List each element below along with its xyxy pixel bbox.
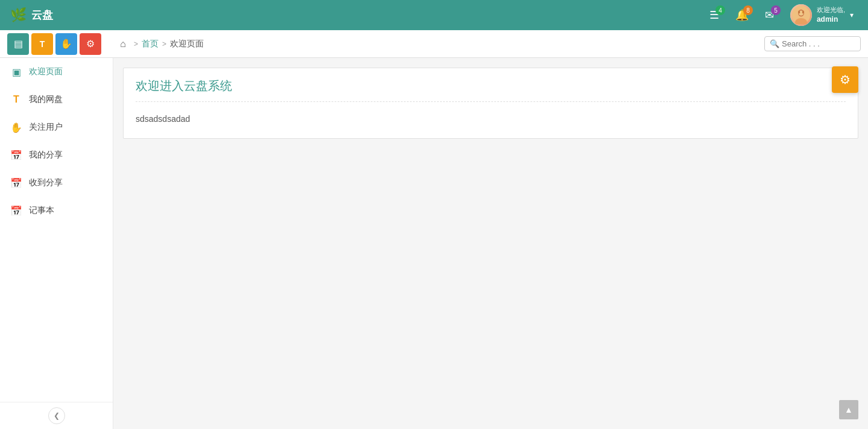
notifications-button[interactable]: 🔔 8 <box>730 4 754 26</box>
menu-button[interactable]: ☰ 4 <box>702 4 726 26</box>
back-to-top-icon: ▲ <box>844 405 853 415</box>
received-share-icon: 📅 <box>10 176 23 189</box>
edit-icon: T <box>40 39 45 49</box>
share-button[interactable]: ✋ <box>55 33 77 55</box>
settings-fab[interactable]: ⚙ <box>832 66 858 93</box>
mail-badge: 5 <box>771 5 781 15</box>
avatar-image <box>792 6 810 24</box>
edit-button[interactable]: T <box>31 33 53 55</box>
breadcrumb-sep-1: > <box>134 40 138 48</box>
back-to-top-button[interactable]: ▲ <box>839 400 858 419</box>
user-info: 欢迎光临, admin <box>817 5 845 25</box>
bell-badge: 8 <box>743 5 753 15</box>
toolbar-left: ▤ T ✋ ⚙ ⌂ > 首页 > 欢迎页面 <box>7 33 211 55</box>
sidebar-collapse[interactable]: ❮ <box>0 402 113 429</box>
home-icon[interactable]: ⌂ <box>116 37 130 51</box>
breadcrumb-sep-2: > <box>162 40 166 48</box>
welcome-card: 欢迎进入云盘系统 sdsadsdsadad <box>123 68 858 139</box>
sidebar: ▣ 欢迎页面 T 我的网盘 ✋ 关注用户 📅 我的分享 📅 收到分享 📅 记事 <box>0 58 113 429</box>
sidebar-item-notepad[interactable]: 📅 记事本 <box>0 197 113 224</box>
settings-button[interactable]: ⚙ <box>80 33 101 55</box>
logo-icon: 🌿 <box>10 7 27 24</box>
top-navigation: 🌿 云盘 ☰ 4 🔔 8 ✉ 5 <box>0 0 868 30</box>
sidebar-item-welcome-label: 欢迎页面 <box>29 66 63 77</box>
sidebar-item-myshare-label: 我的分享 <box>29 150 63 160</box>
dashboard-button[interactable]: ▤ <box>7 33 29 55</box>
settings-fab-icon: ⚙ <box>840 72 851 87</box>
svg-point-4 <box>798 11 800 14</box>
mail-button[interactable]: ✉ 5 <box>758 4 782 26</box>
search-icon: 🔍 <box>770 39 779 48</box>
follow-icon: ✋ <box>10 121 23 134</box>
sidebar-item-received-share[interactable]: 📅 收到分享 <box>0 169 113 197</box>
search-input[interactable] <box>782 39 854 48</box>
notepad-icon: 📅 <box>10 204 23 217</box>
welcome-icon: ▣ <box>10 65 23 78</box>
sidebar-item-follow[interactable]: ✋ 关注用户 <box>0 113 113 141</box>
welcome-title: 欢迎进入云盘系统 <box>136 78 846 102</box>
settings-icon: ⚙ <box>86 38 95 49</box>
toolbar: ▤ T ✋ ⚙ ⌂ > 首页 > 欢迎页面 🔍 <box>0 30 868 58</box>
menu-badge: 4 <box>715 5 725 15</box>
sidebar-item-notepad-label: 记事本 <box>29 205 54 216</box>
welcome-content: sdsadsdsadad <box>136 109 846 129</box>
svg-point-5 <box>802 11 804 14</box>
topnav-right: ☰ 4 🔔 8 ✉ 5 <box>702 2 858 28</box>
app-title: 云盘 <box>31 8 53 22</box>
user-name: admin <box>817 14 845 25</box>
breadcrumb-home-link[interactable]: 首页 <box>142 39 159 49</box>
myshare-icon: 📅 <box>10 148 23 162</box>
mydisk-icon: T <box>10 93 23 106</box>
logo-area: 🌿 云盘 <box>10 7 53 24</box>
main-layout: ▣ 欢迎页面 T 我的网盘 ✋ 关注用户 📅 我的分享 📅 收到分享 📅 记事 <box>0 58 868 429</box>
sidebar-item-mydisk-label: 我的网盘 <box>29 94 63 105</box>
breadcrumb-current: 欢迎页面 <box>170 39 204 49</box>
user-greeting: 欢迎光临, <box>817 5 845 14</box>
chevron-down-icon: ▾ <box>850 11 854 19</box>
sidebar-item-follow-label: 关注用户 <box>29 122 63 133</box>
sidebar-item-myshare[interactable]: 📅 我的分享 <box>0 141 113 169</box>
collapse-icon: ❮ <box>54 412 60 420</box>
sidebar-item-received-label: 收到分享 <box>29 177 63 188</box>
share-icon: ✋ <box>60 38 72 49</box>
sidebar-nav: ▣ 欢迎页面 T 我的网盘 ✋ 关注用户 📅 我的分享 📅 收到分享 📅 记事 <box>0 58 113 402</box>
dashboard-icon: ▤ <box>14 38 23 49</box>
collapse-button[interactable]: ❮ <box>48 407 65 424</box>
sidebar-item-mydisk[interactable]: T 我的网盘 <box>0 86 113 113</box>
search-box[interactable]: 🔍 <box>764 36 861 51</box>
avatar <box>790 4 812 26</box>
main-content: 欢迎进入云盘系统 sdsadsdsadad <box>113 58 868 429</box>
breadcrumb: ⌂ > 首页 > 欢迎页面 <box>108 37 211 51</box>
user-menu[interactable]: 欢迎光临, admin ▾ <box>785 2 858 28</box>
sidebar-item-welcome[interactable]: ▣ 欢迎页面 <box>0 58 113 86</box>
